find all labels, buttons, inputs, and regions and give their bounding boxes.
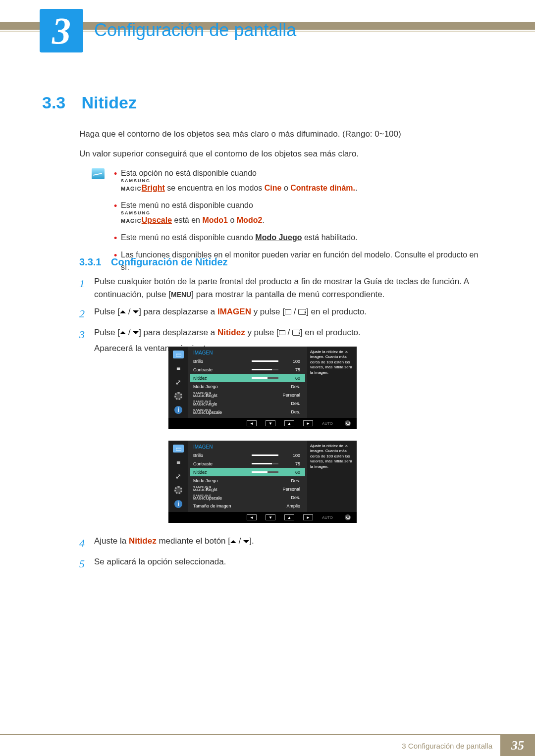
osd-row: SAMSUNGMAGICBrightPersonal xyxy=(190,485,305,493)
tab-info-icon: i xyxy=(174,406,182,414)
osd-row: Nitidez60 xyxy=(190,374,305,382)
osd-row: Contraste75 xyxy=(190,459,305,468)
osd-row: SAMSUNGMAGICAngleDes. xyxy=(190,399,305,407)
tab-size-icon: ⤢ xyxy=(173,378,184,386)
osd-screenshot-b: ▭ ≡ ⤢ i IMAGEN Brillo100Contraste75Nitid… xyxy=(168,441,357,523)
tab-input-icon: ≡ xyxy=(173,458,184,466)
body-para-2: Un valor superior conseguirá que el cont… xyxy=(79,148,485,160)
tab-picture-icon: ▭ xyxy=(173,351,184,358)
osd-row: Brillo100 xyxy=(190,357,305,365)
chapter-number-badge: 3 xyxy=(40,9,83,52)
nav-right-icon: ► xyxy=(303,514,313,520)
section-number: 3.3 xyxy=(42,93,79,112)
osd-title: IMAGEN xyxy=(190,443,305,451)
note-item-2: Este menú no está disponible cuando SAMS… xyxy=(114,200,485,227)
osd-row: SAMSUNGMAGICBrightPersonal xyxy=(190,391,305,399)
footer-page-number: 35 xyxy=(500,735,535,756)
enter-icon xyxy=(292,330,300,336)
nav-power-icon: ⏻ xyxy=(345,420,351,426)
nav-down-icon: ▼ xyxy=(266,420,275,426)
osd-side-tabs: ▭ ≡ ⤢ i xyxy=(168,347,188,418)
steps-block-2: 4 Ajuste la Nitidez mediante el botón [ … xyxy=(79,535,485,576)
osd-side-tabs: ▭ ≡ ⤢ i xyxy=(168,441,188,512)
osd-row: Modo JuegoDes. xyxy=(190,382,305,391)
osd-description: Ajuste la nitidez de la imagen. Cuanto m… xyxy=(307,441,357,512)
nav-down-icon: ▼ xyxy=(266,514,275,520)
nav-up-icon: ▲ xyxy=(284,514,294,520)
osd-row: Brillo100 xyxy=(190,451,305,459)
down-icon xyxy=(133,310,139,316)
osd-row: Modo JuegoDes. xyxy=(190,476,305,485)
footer-chapter-label: 3 Configuración de pantalla xyxy=(394,737,500,755)
up-icon xyxy=(230,537,236,543)
select-icon xyxy=(285,309,291,314)
osd-screenshot-a: ▭ ≡ ⤢ i IMAGEN Brillo100Contraste75Nitid… xyxy=(168,347,357,429)
tab-settings-icon xyxy=(174,486,182,494)
subsection-title: Configuración de Nitidez xyxy=(111,256,228,267)
section-heading: 3.3 Nitidez xyxy=(42,93,493,112)
osd-row: SAMSUNGMAGICUpscaleDes. xyxy=(190,407,305,416)
step-1: 1 Pulse cualquier botón de la parte fron… xyxy=(79,275,485,302)
nav-left-icon: ◄ xyxy=(247,420,257,426)
down-icon xyxy=(243,540,249,546)
osd-row: SAMSUNGMAGICUpscaleDes. xyxy=(190,493,305,502)
note-item-3: Este menú no está disponible cuando Modo… xyxy=(114,232,485,244)
nav-up-icon: ▲ xyxy=(284,420,294,426)
subsection-number: 3.3.1 xyxy=(79,256,101,267)
nav-right-icon: ► xyxy=(303,420,313,426)
tab-input-icon: ≡ xyxy=(173,364,184,372)
up-icon xyxy=(120,328,126,334)
tab-settings-icon xyxy=(174,392,182,400)
step-4: 4 Ajuste la Nitidez mediante el botón [ … xyxy=(79,535,485,552)
osd-description: Ajuste la nitidez de la imagen. Cuanto m… xyxy=(307,347,357,418)
osd-nav-bar: ◄ ▼ ▲ ► AUTO ⏻ xyxy=(168,418,357,429)
nav-auto: AUTO xyxy=(322,515,336,520)
step-5: 5 Se aplicará la opción seleccionada. xyxy=(79,555,485,572)
osd-row: Nitidez60 xyxy=(190,468,305,476)
osd-nav-bar: ◄ ▼ ▲ ► AUTO ⏻ xyxy=(168,512,357,523)
section-title: Nitidez xyxy=(81,93,136,112)
osd-row: Tamaño de imagenAmplio xyxy=(190,502,305,510)
note-item-1: Esta opción no está disponible cuando SA… xyxy=(114,167,485,195)
body-para-1: Haga que el contorno de los objetos sea … xyxy=(79,128,485,141)
osd-row: Contraste75 xyxy=(190,365,305,374)
down-icon xyxy=(133,331,139,337)
enter-icon xyxy=(298,309,306,315)
select-icon xyxy=(279,330,285,335)
chapter-title: Configuración de pantalla xyxy=(94,20,296,41)
nav-auto: AUTO xyxy=(322,421,336,426)
up-icon xyxy=(120,307,126,313)
subsection-heading: 3.3.1 Configuración de Nitidez xyxy=(79,256,228,268)
nav-left-icon: ◄ xyxy=(247,514,257,520)
step-2: 2 Pulse [ / ] para desplazarse a IMAGEN … xyxy=(79,305,485,322)
nav-power-icon: ⏻ xyxy=(345,514,351,520)
osd-title: IMAGEN xyxy=(190,349,305,357)
tab-size-icon: ⤢ xyxy=(173,472,184,480)
tab-info-icon: i xyxy=(174,500,182,508)
page-footer: 3 Configuración de pantalla 35 xyxy=(0,734,535,756)
tab-picture-icon: ▭ xyxy=(173,445,184,453)
note-icon xyxy=(92,168,105,179)
